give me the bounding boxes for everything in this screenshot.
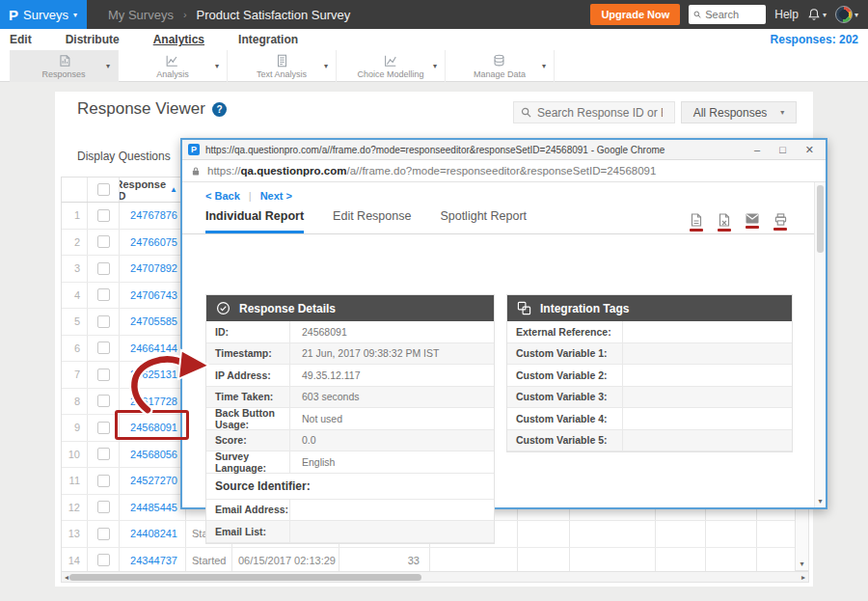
toolbar-choice-modelling[interactable]: Choice Modelling ▾ bbox=[337, 50, 446, 82]
detail-row-label: IP Address: bbox=[206, 365, 290, 386]
row-checkbox[interactable] bbox=[97, 369, 110, 381]
response-id-link[interactable]: 24766075 bbox=[120, 230, 186, 256]
address-bar[interactable]: https://qa.questionpro.com/a//frame.do?m… bbox=[182, 160, 826, 182]
scrollbar-thumb[interactable] bbox=[817, 185, 824, 253]
chevron-down-icon[interactable]: ▾ bbox=[433, 62, 437, 70]
printer-icon bbox=[774, 213, 787, 226]
choice-modelling-icon bbox=[382, 53, 398, 68]
back-link[interactable]: < Back bbox=[205, 190, 240, 202]
toolbar-manage-data[interactable]: Manage Data ▾ bbox=[446, 50, 555, 82]
response-id-link[interactable]: 24527270 bbox=[120, 468, 186, 494]
toolbar-analysis[interactable]: Analysis ▾ bbox=[119, 50, 228, 82]
response-id-link[interactable]: 24485445 bbox=[120, 495, 186, 521]
row-checkbox[interactable] bbox=[97, 235, 110, 248]
integration-row-label: Custom Variable 4: bbox=[507, 408, 623, 429]
account-menu[interactable]: ▾ bbox=[835, 6, 858, 23]
analytics-toolbar: Responses ▾ Analysis ▾ Text Analysis ▾ C… bbox=[0, 50, 868, 82]
response-id-link[interactable]: 24408241 bbox=[120, 521, 186, 547]
menu-edit[interactable]: Edit bbox=[10, 33, 32, 46]
analysis-icon bbox=[164, 53, 180, 68]
detail-row-label: Email Address: bbox=[206, 500, 290, 521]
popup-vertical-scrollbar[interactable]: ▾ bbox=[814, 182, 826, 507]
tab-individual-report[interactable]: Individual Report bbox=[205, 209, 304, 233]
toolbar-label: Manage Data bbox=[474, 69, 526, 79]
row-checkbox[interactable] bbox=[97, 341, 110, 354]
detail-row: IP Address:49.35.12.117 bbox=[206, 365, 494, 387]
toolbar-responses[interactable]: Responses ▾ bbox=[10, 50, 119, 82]
response-id-link[interactable]: 24707892 bbox=[120, 256, 186, 282]
print-button[interactable] bbox=[773, 213, 787, 232]
integration-row-label: Custom Variable 5: bbox=[507, 430, 623, 451]
help-icon[interactable]: ? bbox=[212, 102, 227, 117]
response-filter-dropdown[interactable]: All Responses ▾ bbox=[681, 101, 797, 123]
chevron-down-icon[interactable]: ▾ bbox=[542, 62, 546, 70]
upgrade-button[interactable]: Upgrade Now bbox=[590, 4, 680, 25]
row-checkbox[interactable] bbox=[97, 209, 110, 222]
row-checkbox[interactable] bbox=[97, 422, 110, 434]
row-checkbox[interactable] bbox=[97, 501, 110, 513]
integration-row-value bbox=[623, 387, 792, 408]
detail-row-value: Not used bbox=[290, 408, 494, 429]
table-horizontal-scrollbar[interactable]: ◂ ▸ bbox=[61, 571, 809, 583]
row-checkbox[interactable] bbox=[97, 554, 110, 566]
empty-cell bbox=[757, 521, 796, 547]
text-analysis-icon bbox=[274, 53, 290, 68]
response-id-link[interactable]: 24568056 bbox=[120, 442, 186, 468]
maximize-button[interactable]: □ bbox=[779, 145, 786, 155]
chevron-down-icon[interactable]: ▾ bbox=[324, 62, 328, 70]
header-checkbox-cell bbox=[88, 178, 120, 202]
row-checkbox[interactable] bbox=[97, 448, 110, 460]
row-checkbox[interactable] bbox=[97, 288, 110, 301]
select-all-checkbox[interactable] bbox=[97, 183, 110, 196]
minimize-button[interactable]: – bbox=[754, 145, 760, 155]
help-link[interactable]: Help bbox=[774, 8, 799, 21]
row-checkbox[interactable] bbox=[97, 262, 110, 275]
next-link[interactable]: Next > bbox=[260, 190, 292, 202]
menu-integration[interactable]: Integration bbox=[238, 33, 298, 46]
row-checkbox[interactable] bbox=[97, 528, 110, 540]
response-id-link[interactable]: 24344737 bbox=[120, 548, 186, 574]
scrollbar-thumb[interactable] bbox=[69, 574, 421, 581]
menu-distribute[interactable]: Distribute bbox=[66, 33, 120, 46]
row-checkbox[interactable] bbox=[97, 475, 110, 487]
chevron-down-icon: ▾ bbox=[73, 11, 77, 19]
row-checkbox-cell bbox=[88, 230, 120, 256]
bell-icon bbox=[807, 8, 821, 21]
response-id-link[interactable]: 24705585 bbox=[120, 309, 186, 335]
row-checkbox[interactable] bbox=[97, 315, 110, 328]
breadcrumb-my-surveys[interactable]: My Surveys bbox=[108, 8, 174, 22]
toolbar-text-analysis[interactable]: Text Analysis ▾ bbox=[228, 50, 337, 82]
chevron-down-icon[interactable]: ▾ bbox=[106, 62, 110, 70]
row-checkbox-cell bbox=[88, 309, 120, 335]
detail-row-label: Time Taken: bbox=[206, 387, 290, 408]
close-button[interactable]: ✕ bbox=[805, 145, 814, 155]
word-export-button[interactable] bbox=[718, 213, 731, 232]
export-actions bbox=[690, 213, 787, 232]
response-search-input[interactable] bbox=[537, 106, 663, 120]
integration-row: External Reference: bbox=[507, 321, 792, 343]
response-id-link[interactable]: 24767876 bbox=[120, 203, 186, 229]
chevron-down-icon: ▾ bbox=[854, 11, 858, 19]
response-id-link[interactable]: 24706743 bbox=[120, 283, 186, 309]
tab-spotlight-report[interactable]: Spotlight Report bbox=[440, 209, 527, 233]
header-response-id[interactable]: Response ID▲ bbox=[120, 178, 186, 202]
empty-cell bbox=[570, 548, 656, 574]
menu-analytics[interactable]: Analytics bbox=[153, 33, 204, 46]
pdf-export-button[interactable] bbox=[690, 213, 703, 232]
global-search-input[interactable] bbox=[705, 9, 761, 20]
scroll-down-icon[interactable]: ▾ bbox=[796, 558, 808, 570]
row-checkbox-cell bbox=[88, 203, 120, 229]
product-switcher[interactable]: P Surveys ▾ bbox=[0, 0, 87, 29]
window-titlebar[interactable]: P https://qa.questionpro.com/a//frame.do… bbox=[182, 140, 826, 160]
tab-edit-response[interactable]: Edit Response bbox=[333, 209, 411, 233]
row-checkbox-cell bbox=[88, 442, 120, 468]
underline bbox=[746, 226, 759, 229]
scroll-down-icon[interactable]: ▾ bbox=[815, 495, 826, 506]
scroll-right-icon[interactable]: ▸ bbox=[799, 572, 808, 582]
email-export-button[interactable] bbox=[746, 213, 759, 232]
row-checkbox[interactable] bbox=[97, 395, 110, 407]
search-icon bbox=[693, 10, 701, 19]
topbar: P Surveys ▾ My Surveys › Product Satisfa… bbox=[0, 0, 868, 29]
chevron-down-icon[interactable]: ▾ bbox=[215, 62, 219, 70]
notifications-menu[interactable]: ▾ bbox=[807, 8, 827, 21]
